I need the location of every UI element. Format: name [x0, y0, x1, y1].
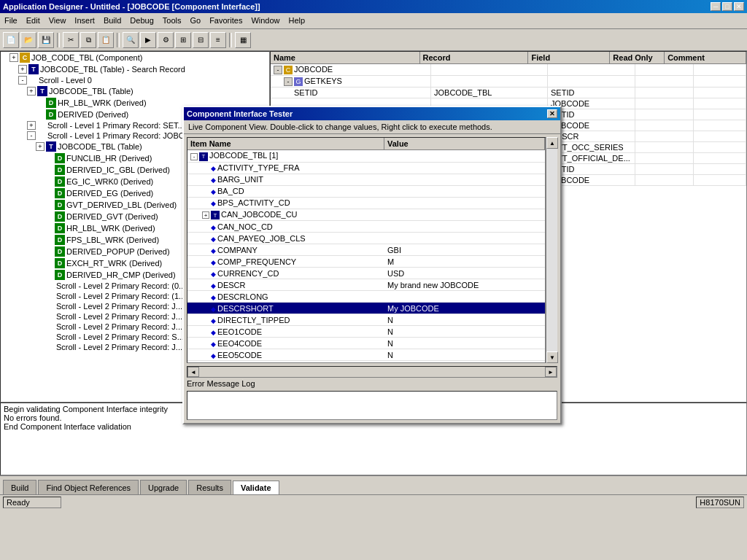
- tree-expand-btn[interactable]: -: [18, 76, 27, 85]
- dialog-row[interactable]: ◆DESCRSHORTMy JOBCODE: [187, 303, 545, 314]
- dialog-row[interactable]: ◆EEO6CODEN: [187, 361, 545, 362]
- dialog-row[interactable]: ◆BPS_ACTIVITY_CD: [187, 198, 545, 209]
- menu-debug[interactable]: Debug: [125, 15, 158, 27]
- scroll-up-btn[interactable]: ▲: [546, 137, 558, 149]
- dialog-icon-field: ◆: [211, 329, 216, 336]
- tab-build[interactable]: Build: [3, 480, 36, 494]
- dialog-table-body[interactable]: -TJOBCODE_TBL [1]◆ACTIVITY_TYPE_FRA◆BARG…: [187, 150, 545, 362]
- dialog-row[interactable]: ◆EEO1CODEN: [187, 326, 545, 338]
- dialog-row[interactable]: ◆BARG_UNIT: [187, 174, 545, 186]
- dialog-row[interactable]: ◆CAN_NOC_CD: [187, 221, 545, 233]
- grid-expand-btn[interactable]: -: [274, 66, 282, 74]
- toolbar-btn6[interactable]: ≡: [210, 32, 226, 48]
- dialog-cell-name: ◆CURRENCY_CD: [187, 268, 384, 279]
- minimize-button[interactable]: ─: [711, 2, 721, 11]
- dialog-hscrollbar[interactable]: ◄ ►: [187, 366, 557, 378]
- toolbar-copy[interactable]: ⧉: [80, 32, 96, 48]
- hscroll-track[interactable]: [199, 367, 545, 377]
- scroll-down-btn[interactable]: ▼: [546, 351, 558, 363]
- dialog-row[interactable]: ◆ACTIVITY_TYPE_FRA: [187, 163, 545, 174]
- dialog-expand-btn[interactable]: +: [202, 211, 209, 219]
- tab-upgrade[interactable]: Upgrade: [140, 480, 187, 494]
- tree-expand-btn[interactable]: +: [27, 121, 36, 130]
- col-readonly: Read Only: [610, 52, 665, 63]
- toolbar-ci-tester[interactable]: ▦: [235, 32, 251, 48]
- toolbar-find[interactable]: 🔍: [123, 32, 139, 48]
- toolbar-cut[interactable]: ✂: [63, 32, 79, 48]
- menu-go[interactable]: Go: [185, 15, 205, 27]
- tree-expand-btn[interactable]: +: [27, 87, 36, 96]
- dialog-row[interactable]: ◆DESCRMy brand new JOBCODE: [187, 279, 545, 291]
- dialog-row[interactable]: ◆COMPANYGBI: [187, 244, 545, 256]
- menu-tools[interactable]: Tools: [158, 15, 186, 27]
- tree-expand-btn[interactable]: +: [36, 142, 44, 151]
- dialog-row[interactable]: ◆EEO4CODEN: [187, 338, 545, 349]
- grid-cell-comment: [694, 120, 746, 131]
- tree-item[interactable]: +TJOBCODE_TBL (Table): [1, 85, 269, 97]
- dialog-row[interactable]: ◆CAN_PAYEQ_JOB_CLS: [187, 233, 545, 244]
- tree-item-label: Scroll - Level 1 Primary Record: SET...: [47, 121, 185, 130]
- col-comment: Comment: [665, 52, 746, 63]
- tree-item-label: FUNCLIB_HR (Derived): [66, 154, 152, 163]
- error-log-label: Error Message Log: [187, 378, 557, 389]
- dialog-row[interactable]: -TJOBCODE_TBL [1]: [187, 150, 545, 163]
- dialog-cell-name: ◆CAN_PAYEQ_JOB_CLS: [187, 233, 384, 244]
- dialog-cell-name: +TCAN_JOBCODE_CU: [187, 209, 384, 221]
- menu-build[interactable]: Build: [99, 15, 125, 27]
- toolbar-run[interactable]: ▶: [140, 32, 156, 48]
- grid-row[interactable]: -GGETKEYS: [271, 76, 746, 88]
- menu-view[interactable]: View: [44, 15, 71, 27]
- close-button[interactable]: ✕: [734, 2, 744, 11]
- menu-file[interactable]: File: [0, 15, 22, 27]
- grid-expand-btn[interactable]: -: [284, 77, 293, 86]
- grid-cell-comment: [694, 131, 746, 141]
- grid-cell-readonly: [635, 131, 694, 141]
- tree-item[interactable]: -Scroll - Level 0: [1, 75, 269, 85]
- toolbar-btn3[interactable]: ⚙: [158, 32, 174, 48]
- menu-window[interactable]: Window: [247, 15, 284, 27]
- tree-item-label: Scroll - Level 2 Primary Record: (0...: [56, 281, 185, 290]
- menu-help[interactable]: Help: [285, 15, 310, 27]
- scroll-track[interactable]: [546, 149, 557, 351]
- dialog-cell-name: ◆COMPANY: [187, 245, 384, 255]
- dialog-cell-name: ◆DESCRSHORT: [187, 303, 384, 314]
- menu-insert[interactable]: Insert: [70, 15, 99, 27]
- dialog-row[interactable]: ◆EEO5CODEN: [187, 349, 545, 361]
- grid-cell-name: -GGETKEYS: [271, 76, 431, 87]
- dialog-row[interactable]: +TCAN_JOBCODE_CU: [187, 209, 545, 222]
- tree-item[interactable]: +CJOB_CODE_TBL (Component): [1, 52, 269, 63]
- menu-edit[interactable]: Edit: [22, 15, 44, 27]
- hscroll-right[interactable]: ►: [545, 367, 557, 377]
- toolbar-new[interactable]: 📄: [3, 32, 19, 48]
- toolbar-paste[interactable]: 📋: [98, 32, 114, 48]
- tree-expand-btn[interactable]: +: [9, 53, 18, 62]
- maximize-button[interactable]: □: [722, 2, 732, 11]
- grid-row[interactable]: SETIDJOBCODE_TBLSETID: [271, 88, 746, 98]
- toolbar-save[interactable]: 💾: [38, 32, 54, 48]
- toolbar-btn5[interactable]: ⊟: [193, 32, 209, 48]
- tab-results[interactable]: Results: [188, 480, 231, 494]
- tab-find-object-references[interactable]: Find Object References: [38, 480, 139, 494]
- tree-expand-btn[interactable]: +: [18, 65, 27, 74]
- dialog-expand-btn[interactable]: -: [190, 153, 198, 160]
- dialog-body[interactable]: Item Name Value -TJOBCODE_TBL [1]◆ACTIVI…: [187, 137, 546, 363]
- dialog-close-button[interactable]: ✕: [547, 109, 557, 118]
- dialog-row[interactable]: ◆COMP_FREQUENCYM: [187, 256, 545, 268]
- toolbar-open[interactable]: 📂: [20, 32, 36, 48]
- toolbar-btn4[interactable]: ⊞: [175, 32, 191, 48]
- grid-cell-comment: [694, 153, 746, 163]
- hscroll-left[interactable]: ◄: [187, 367, 199, 377]
- grid-row[interactable]: -CJOBCODE: [271, 64, 746, 76]
- dialog-row[interactable]: ◆DESCRLONG: [187, 291, 545, 303]
- tree-expand-btn[interactable]: -: [27, 131, 36, 140]
- dialog-row[interactable]: ◆CURRENCY_CDUSD: [187, 268, 545, 279]
- dialog-cell-value: My JOBCODE: [384, 303, 545, 314]
- menu-bar: File Edit View Insert Build Debug Tools …: [0, 13, 747, 29]
- dialog-row[interactable]: ◆BA_CD: [187, 186, 545, 198]
- dialog-table-header: Item Name Value: [187, 138, 545, 150]
- menu-favorites[interactable]: Favorites: [205, 15, 247, 27]
- dialog-row[interactable]: ◆DIRECTLY_TIPPEDN: [187, 314, 545, 326]
- dialog-scrollbar[interactable]: ▲ ▼: [546, 137, 557, 363]
- tree-item[interactable]: +TJOBCODE_TBL (Table) - Search Record: [1, 63, 269, 75]
- tab-validate[interactable]: Validate: [233, 481, 279, 494]
